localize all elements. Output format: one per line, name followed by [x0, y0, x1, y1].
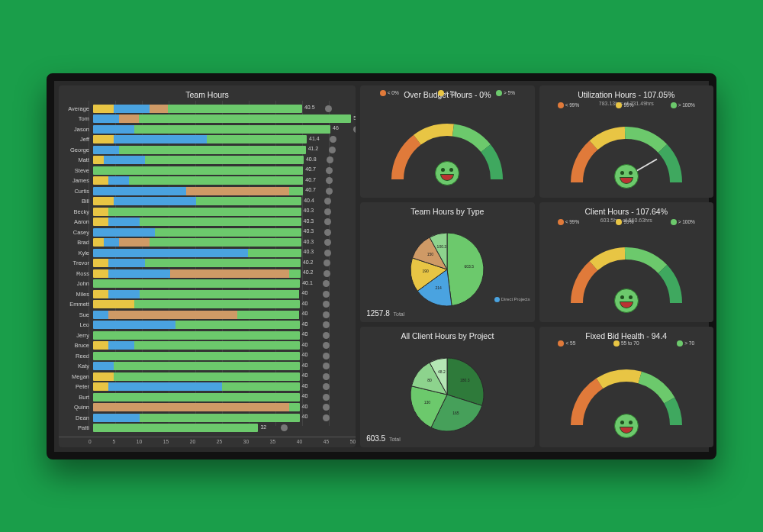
svg-text:150: 150	[427, 252, 434, 256]
avatar	[324, 198, 331, 205]
avatar	[327, 156, 333, 163]
client-hours-project-title: All Client Hours by Project	[360, 327, 534, 342]
row-name: Aaron	[63, 218, 91, 225]
row-name: Becky	[63, 208, 91, 215]
bar-row: Average40.5	[63, 104, 351, 114]
bar-row: Kyle40.3	[63, 248, 351, 259]
avatar	[323, 414, 330, 421]
avatar	[324, 229, 331, 236]
row-name: John	[63, 280, 91, 287]
avatar	[323, 280, 330, 287]
client-project-pie: 180.31651308048.2	[360, 342, 534, 447]
bar-row: Bill40.4	[63, 196, 351, 207]
bar-row: John40.1	[63, 279, 351, 289]
row-name: Peter	[63, 383, 91, 390]
avatar	[324, 270, 330, 277]
bar-row: Curtis40.7	[63, 186, 351, 197]
row-name: Jeff	[63, 136, 91, 143]
bar-row: Katy40	[63, 361, 351, 372]
tick-gt5: > 5%	[496, 90, 515, 96]
svg-text:48.2: 48.2	[438, 369, 446, 374]
client-project-total: 603.5 Total	[366, 434, 401, 443]
pie-legend: Direct Projects	[494, 296, 530, 302]
avatar	[324, 250, 331, 256]
row-name: Tom	[63, 115, 91, 122]
avatar	[325, 105, 332, 112]
row-name: Trevor	[63, 260, 91, 266]
avatar	[324, 218, 331, 225]
row-name: Sue	[63, 311, 91, 318]
avatar	[323, 342, 330, 349]
avatar	[330, 136, 336, 143]
bar-row: George41.2	[63, 145, 351, 156]
row-name: Bruce	[63, 342, 91, 349]
bar-row: Matt40.8	[63, 155, 351, 166]
avatar	[323, 311, 330, 318]
avatar	[323, 373, 330, 380]
row-name: Quinn	[63, 404, 91, 411]
utilization-gauge	[539, 106, 713, 198]
happy-face-icon	[614, 414, 639, 438]
svg-text:130: 130	[424, 400, 431, 405]
team-hours-xaxis: 05101520253035404550	[59, 437, 356, 444]
tick-lt5: < 5%	[438, 90, 457, 96]
hours-by-type-panel: Team Hours by Type 603.5214190150100.3 D…	[360, 202, 534, 322]
avatar	[324, 260, 330, 266]
svg-text:603.5: 603.5	[465, 265, 475, 269]
row-name: Average	[63, 105, 91, 112]
row-name: Bill	[63, 198, 91, 205]
row-name: Leo	[63, 321, 91, 328]
svg-text:214: 214	[436, 286, 443, 291]
avatar	[281, 424, 288, 431]
dashboard-screen: Team Hours Average40.5Tom50.4Jason46Jeff…	[47, 73, 716, 459]
svg-text:180.3: 180.3	[460, 378, 470, 382]
avatar	[323, 383, 330, 390]
avatar	[324, 239, 331, 246]
svg-text:100.3: 100.3	[437, 245, 447, 250]
avatar	[324, 208, 331, 215]
bar-row: Ross40.2	[63, 269, 351, 279]
bar-row: Dean40	[63, 413, 351, 424]
bar-row: Quinn40	[63, 402, 351, 413]
team-hours-chart: Average40.5Tom50.4Jason46Jeff41.4George4…	[59, 101, 356, 437]
utilization-panel: Utilization Hours - 107.05% 783.13hrs of…	[539, 85, 713, 198]
bar-row: Reed40	[63, 351, 351, 362]
client-hours-pct-panel: Client Hours - 107.64% 603.5hrs of 560.6…	[539, 202, 713, 322]
bar-row: Emmett40	[63, 299, 351, 310]
happy-face-icon	[435, 161, 459, 185]
avatar	[326, 167, 333, 174]
over-budget-gauge	[360, 101, 534, 198]
pie-chart: 603.5214190150100.3	[394, 224, 501, 315]
pie-chart: 180.31651308048.2	[394, 349, 501, 440]
bar-row: Patti32	[63, 423, 351, 434]
avatar	[323, 363, 330, 369]
bar-row: Steve40.7	[63, 166, 351, 176]
over-budget-panel: Over Budget Hours - 0% < 0% < 5% > 5%	[360, 85, 534, 198]
bar-row: Megan40	[63, 372, 351, 382]
row-name: Matt	[63, 156, 91, 163]
avatar	[323, 301, 330, 308]
avatar	[323, 321, 330, 328]
avatar	[326, 188, 333, 195]
avatar	[323, 291, 330, 298]
bar-row: Aaron40.3	[63, 217, 351, 227]
gauge-ticks: < 0% < 5% > 5%	[360, 90, 534, 96]
client-hours-pct-title: Client Hours - 107.64%	[539, 202, 713, 218]
avatar	[323, 394, 330, 401]
row-name: Jason	[63, 126, 91, 133]
bar-row: Tom50.4	[63, 114, 351, 124]
row-name: Patti	[63, 424, 91, 431]
row-name: Brad	[63, 239, 91, 246]
row-name: Dean	[63, 414, 91, 421]
bar-row: Bruce40	[63, 340, 351, 351]
row-name: Katy	[63, 363, 91, 369]
bar-row: James40.7	[63, 176, 351, 186]
fixed-bid-gauge	[539, 342, 713, 447]
svg-text:165: 165	[453, 411, 460, 415]
bar-row: Becky40.3	[63, 207, 351, 218]
avatar	[323, 404, 330, 411]
bar-row: Trevor40.2	[63, 258, 351, 269]
hours-by-type-title: Team Hours by Type	[360, 202, 534, 218]
row-name: Miles	[63, 291, 91, 298]
utilization-title: Utilization Hours - 107.05%	[539, 85, 713, 101]
